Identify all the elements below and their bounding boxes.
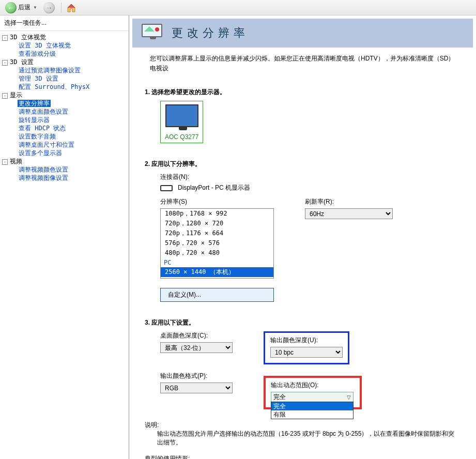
tree-group-label[interactable]: 3D 设置 [10,58,34,66]
tree-item[interactable]: 查看游戏分级 [18,50,57,57]
forward-arrow-icon: → [43,2,55,13]
resolution-label: 分辨率(S) [160,197,274,206]
resolution-item[interactable]: 720p，1280 × 720 [161,219,273,228]
display-caption: AOC Q3277 [165,133,198,141]
range-option[interactable]: 有限 [271,410,353,419]
page-description: 您可以调整屏幕上显示的信息量并减少闪烁。如果您正在使用高清晰度电视（HDTV），… [129,48,476,80]
section-3: 3. 应用以下设置。 桌面颜色深度(C): 最高（32-位） 输出颜色深度(U)… [129,310,476,418]
desktop-depth-label: 桌面颜色深度(C): [160,331,233,340]
tree-item[interactable]: 旋转显示器 [18,116,51,124]
tree-group-label[interactable]: 显示 [10,91,22,99]
tree-item[interactable]: 调整视频颜色设置 [18,166,69,173]
tree-expander[interactable]: - [2,35,8,41]
tree-item[interactable]: 调整桌面颜色设置 [18,108,69,115]
page-header: 更改分辨率 [132,19,473,48]
tree-item[interactable]: 管理 3D 设置 [18,75,59,82]
page-title: 更改分辨率 [172,25,249,41]
tree-item[interactable]: 调整桌面尺寸和位置 [18,141,75,148]
typical-heading: 典型的使用情形: [145,454,460,459]
resolution-category: PC [161,258,273,267]
tree-group-label[interactable]: 3D 立体视觉 [10,34,46,41]
tree-item[interactable]: 调整视频图像设置 [18,174,69,181]
toolbar: ← 后退 ▼ → [0,0,476,16]
home-icon [66,3,76,13]
tree-expander[interactable]: - [2,93,8,99]
refresh-select[interactable]: 60Hz [305,208,393,219]
tree-item[interactable]: 配置 Surround、PhysX [18,83,90,90]
chevron-down-icon: ▼ [33,5,37,10]
chevron-down-icon: ▽ [347,394,351,400]
sidebar: 选择一项任务... -3D 立体视觉设置 3D 立体视觉查看游戏分级-3D 设置… [0,16,129,459]
output-range-box: 输出动态范围(O): 完全 ▽ 完全有限 [264,376,362,409]
range-option[interactable]: 完全 [271,402,353,410]
section-2-heading: 2. 应用以下分辨率。 [145,160,460,169]
output-range-value: 完全 [273,393,286,402]
tree-item[interactable]: 设置 3D 立体视觉 [18,42,72,49]
custom-button[interactable]: 自定义(M)... [160,288,274,302]
note-line: 输出动态范围允许用户选择输出的动态范围（16-235 或对于 8bpc 为 0-… [157,430,460,447]
display-thumbnail[interactable]: AOC Q3277 [160,101,203,143]
resolution-item[interactable]: 576p，720 × 576 [161,238,273,248]
main-panel: 更改分辨率 您可以调整屏幕上显示的信息量并减少闪烁。如果您正在使用高清晰度电视（… [129,16,476,459]
refresh-label: 刷新率(R): [305,197,393,206]
desktop-depth-select[interactable]: 最高（32-位） [160,342,233,353]
tree-expander[interactable]: - [2,60,8,66]
back-label: 后退 [18,3,30,12]
connector-value: DisplayPort - PC 机显示器 [178,183,250,192]
tree-item[interactable]: 查看 HDCP 状态 [18,125,67,132]
connector-label: 连接器(N): [160,173,460,181]
resolution-listbox[interactable]: 1080p，1768 × 992720p，1280 × 720720p，1176… [160,208,274,279]
output-format-label: 输出颜色格式(P): [160,372,233,380]
section-1: 1. 选择您希望更改的显示器。 AOC Q3277 [129,80,476,151]
output-range-label: 输出动态范围(O): [271,381,355,390]
back-button[interactable]: ← 后退 ▼ [3,1,39,14]
tree-expander[interactable]: - [2,159,8,165]
monitor-icon [165,104,198,127]
tree-item[interactable]: 设置数字音频 [18,133,57,140]
sidebar-title: 选择一项任务... [0,16,129,31]
output-range-dropdown[interactable]: 完全有限 [271,402,354,419]
back-arrow-icon: ← [5,2,17,13]
nav-tree: -3D 立体视觉设置 3D 立体视觉查看游戏分级-3D 设置通过预览调整图像设置… [0,31,129,184]
section-3-heading: 3. 应用以下设置。 [145,318,460,327]
resolution-item[interactable]: 2560 × 1440 （本机） [161,267,273,277]
resolution-item[interactable]: 1080p，1768 × 992 [161,209,273,219]
section-2: 2. 应用以下分辨率。 连接器(N): DisplayPort - PC 机显示… [129,151,476,310]
tree-item[interactable]: 设置多个显示器 [18,149,63,157]
resolution-item[interactable]: 720p，1176 × 664 [161,228,273,238]
header-monitor-icon [142,24,164,42]
output-depth-box: 输出颜色深度(U): 10 bpc [264,331,349,364]
tree-item[interactable]: 更改分辨率 [18,100,51,107]
home-button[interactable] [66,2,77,13]
output-range-select[interactable]: 完全 ▽ [271,392,354,402]
forward-button[interactable]: → [41,1,57,14]
tree-item[interactable]: 通过预览调整图像设置 [18,67,82,74]
output-depth-label: 输出颜色深度(U): [270,336,343,345]
resolution-item[interactable]: 480p，720 × 480 [161,248,273,258]
tree-group-label[interactable]: 视频 [10,158,22,165]
output-depth-select[interactable]: 10 bpc [270,347,343,358]
divider [61,3,62,13]
note-section: 说明: 输出动态范围允许用户选择输出的动态范围（16-235 或对于 8bpc … [129,421,476,459]
section-1-heading: 1. 选择您希望更改的显示器。 [145,88,460,97]
port-icon [160,185,173,191]
note-heading: 说明: [145,421,460,430]
content: 选择一项任务... -3D 立体视觉设置 3D 立体视觉查看游戏分级-3D 设置… [0,16,476,459]
output-format-select[interactable]: RGB [160,382,233,393]
